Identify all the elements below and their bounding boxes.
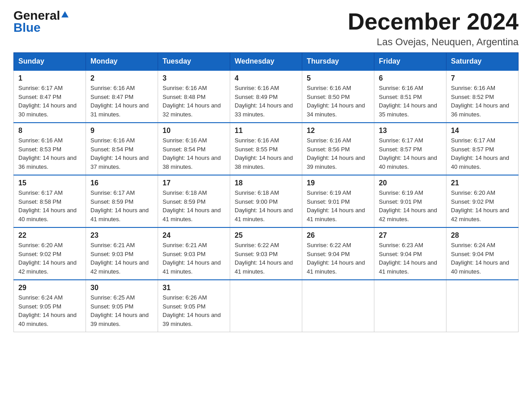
day-number: 25 <box>235 231 297 240</box>
day-info: Sunrise: 6:16 AM Sunset: 8:52 PM Dayligh… <box>451 84 514 119</box>
day-info: Sunrise: 6:21 AM Sunset: 9:03 PM Dayligh… <box>163 241 225 276</box>
table-row: 23 Sunrise: 6:21 AM Sunset: 9:03 PM Dayl… <box>86 227 158 280</box>
calendar-table: Sunday Monday Tuesday Wednesday Thursday… <box>13 52 519 332</box>
day-number: 16 <box>90 179 153 187</box>
day-info: Sunrise: 6:20 AM Sunset: 9:02 PM Dayligh… <box>18 241 81 276</box>
table-row: 15 Sunrise: 6:17 AM Sunset: 8:58 PM Dayl… <box>14 175 86 227</box>
day-number: 14 <box>451 127 514 135</box>
day-number: 5 <box>307 74 369 82</box>
day-number: 8 <box>18 127 81 135</box>
day-number: 11 <box>235 127 297 135</box>
table-row: 17 Sunrise: 6:18 AM Sunset: 8:59 PM Dayl… <box>158 175 230 227</box>
day-number: 23 <box>90 231 153 240</box>
table-row: 3 Sunrise: 6:16 AM Sunset: 8:48 PM Dayli… <box>158 70 230 123</box>
table-row: 26 Sunrise: 6:22 AM Sunset: 9:04 PM Dayl… <box>302 227 374 280</box>
table-row: 8 Sunrise: 6:16 AM Sunset: 8:53 PM Dayli… <box>14 123 86 175</box>
table-row: 9 Sunrise: 6:16 AM Sunset: 8:54 PM Dayli… <box>86 123 158 175</box>
day-number: 17 <box>163 179 225 187</box>
day-info: Sunrise: 6:25 AM Sunset: 9:05 PM Dayligh… <box>90 293 153 328</box>
day-info: Sunrise: 6:21 AM Sunset: 9:03 PM Dayligh… <box>90 241 153 276</box>
header-monday: Monday <box>86 53 158 71</box>
day-info: Sunrise: 6:16 AM Sunset: 8:54 PM Dayligh… <box>163 136 225 171</box>
day-number: 4 <box>235 74 297 82</box>
table-row <box>446 280 519 332</box>
table-row <box>374 280 446 332</box>
day-info: Sunrise: 6:16 AM Sunset: 8:53 PM Dayligh… <box>18 136 81 171</box>
header-thursday: Thursday <box>302 53 374 71</box>
table-row: 12 Sunrise: 6:16 AM Sunset: 8:56 PM Dayl… <box>302 123 374 175</box>
day-info: Sunrise: 6:16 AM Sunset: 8:56 PM Dayligh… <box>307 136 369 171</box>
day-info: Sunrise: 6:16 AM Sunset: 8:54 PM Dayligh… <box>90 136 153 171</box>
table-row: 11 Sunrise: 6:16 AM Sunset: 8:55 PM Dayl… <box>230 123 302 175</box>
day-info: Sunrise: 6:22 AM Sunset: 9:04 PM Dayligh… <box>307 241 369 276</box>
day-number: 13 <box>379 127 442 135</box>
day-number: 3 <box>163 74 225 82</box>
day-number: 1 <box>18 74 81 82</box>
day-info: Sunrise: 6:16 AM Sunset: 8:51 PM Dayligh… <box>379 84 442 119</box>
header-sunday: Sunday <box>14 53 86 71</box>
table-row: 16 Sunrise: 6:17 AM Sunset: 8:59 PM Dayl… <box>86 175 158 227</box>
day-info: Sunrise: 6:17 AM Sunset: 8:58 PM Dayligh… <box>18 188 81 223</box>
table-row: 29 Sunrise: 6:24 AM Sunset: 9:05 PM Dayl… <box>14 280 86 332</box>
day-info: Sunrise: 6:19 AM Sunset: 9:01 PM Dayligh… <box>379 188 442 223</box>
logo-triangle-icon <box>61 11 69 20</box>
table-row: 28 Sunrise: 6:24 AM Sunset: 9:04 PM Dayl… <box>446 227 519 280</box>
day-number: 18 <box>235 179 297 187</box>
header-friday: Friday <box>374 53 446 71</box>
table-row: 22 Sunrise: 6:20 AM Sunset: 9:02 PM Dayl… <box>14 227 86 280</box>
header-wednesday: Wednesday <box>230 53 302 71</box>
table-row: 30 Sunrise: 6:25 AM Sunset: 9:05 PM Dayl… <box>86 280 158 332</box>
day-number: 21 <box>451 179 514 187</box>
day-number: 6 <box>379 74 442 82</box>
day-number: 20 <box>379 179 442 187</box>
table-row: 5 Sunrise: 6:16 AM Sunset: 8:50 PM Dayli… <box>302 70 374 123</box>
day-number: 28 <box>451 231 514 240</box>
day-info: Sunrise: 6:20 AM Sunset: 9:02 PM Dayligh… <box>451 188 514 223</box>
day-info: Sunrise: 6:19 AM Sunset: 9:01 PM Dayligh… <box>307 188 369 223</box>
day-number: 2 <box>90 74 153 82</box>
table-row: 10 Sunrise: 6:16 AM Sunset: 8:54 PM Dayl… <box>158 123 230 175</box>
day-info: Sunrise: 6:17 AM Sunset: 8:47 PM Dayligh… <box>18 84 81 119</box>
title-block: December 2024 Las Ovejas, Neuquen, Argen… <box>348 9 519 48</box>
table-row: 7 Sunrise: 6:16 AM Sunset: 8:52 PM Dayli… <box>446 70 519 123</box>
svg-marker-0 <box>61 11 69 17</box>
table-row: 6 Sunrise: 6:16 AM Sunset: 8:51 PM Dayli… <box>374 70 446 123</box>
day-info: Sunrise: 6:18 AM Sunset: 8:59 PM Dayligh… <box>163 188 225 223</box>
day-number: 30 <box>90 284 153 292</box>
day-number: 27 <box>379 231 442 240</box>
table-row: 24 Sunrise: 6:21 AM Sunset: 9:03 PM Dayl… <box>158 227 230 280</box>
table-row: 25 Sunrise: 6:22 AM Sunset: 9:03 PM Dayl… <box>230 227 302 280</box>
table-row: 21 Sunrise: 6:20 AM Sunset: 9:02 PM Dayl… <box>446 175 519 227</box>
day-info: Sunrise: 6:26 AM Sunset: 9:05 PM Dayligh… <box>163 293 225 328</box>
day-number: 15 <box>18 179 81 187</box>
calendar-body: 1 Sunrise: 6:17 AM Sunset: 8:47 PM Dayli… <box>14 70 519 332</box>
day-info: Sunrise: 6:16 AM Sunset: 8:49 PM Dayligh… <box>235 84 297 119</box>
month-title: December 2024 <box>348 9 519 34</box>
header-tuesday: Tuesday <box>158 53 230 71</box>
table-row: 18 Sunrise: 6:18 AM Sunset: 9:00 PM Dayl… <box>230 175 302 227</box>
day-number: 31 <box>163 284 225 292</box>
day-info: Sunrise: 6:23 AM Sunset: 9:04 PM Dayligh… <box>379 241 442 276</box>
calendar-header: Sunday Monday Tuesday Wednesday Thursday… <box>14 53 519 71</box>
day-info: Sunrise: 6:24 AM Sunset: 9:04 PM Dayligh… <box>451 241 514 276</box>
logo-blue-text: Blue <box>13 21 69 35</box>
table-row: 4 Sunrise: 6:16 AM Sunset: 8:49 PM Dayli… <box>230 70 302 123</box>
day-info: Sunrise: 6:24 AM Sunset: 9:05 PM Dayligh… <box>18 293 81 328</box>
table-row <box>302 280 374 332</box>
table-row: 19 Sunrise: 6:19 AM Sunset: 9:01 PM Dayl… <box>302 175 374 227</box>
location: Las Ovejas, Neuquen, Argentina <box>348 36 519 48</box>
day-info: Sunrise: 6:18 AM Sunset: 9:00 PM Dayligh… <box>235 188 297 223</box>
day-number: 12 <box>307 127 369 135</box>
table-row: 13 Sunrise: 6:17 AM Sunset: 8:57 PM Dayl… <box>374 123 446 175</box>
day-number: 10 <box>163 127 225 135</box>
day-info: Sunrise: 6:17 AM Sunset: 8:57 PM Dayligh… <box>451 136 514 171</box>
day-number: 26 <box>307 231 369 240</box>
table-row: 20 Sunrise: 6:19 AM Sunset: 9:01 PM Dayl… <box>374 175 446 227</box>
day-number: 19 <box>307 179 369 187</box>
day-info: Sunrise: 6:22 AM Sunset: 9:03 PM Dayligh… <box>235 241 297 276</box>
day-info: Sunrise: 6:16 AM Sunset: 8:47 PM Dayligh… <box>90 84 153 119</box>
day-info: Sunrise: 6:17 AM Sunset: 8:57 PM Dayligh… <box>379 136 442 171</box>
day-number: 9 <box>90 127 153 135</box>
day-info: Sunrise: 6:16 AM Sunset: 8:50 PM Dayligh… <box>307 84 369 119</box>
day-number: 29 <box>18 284 81 292</box>
